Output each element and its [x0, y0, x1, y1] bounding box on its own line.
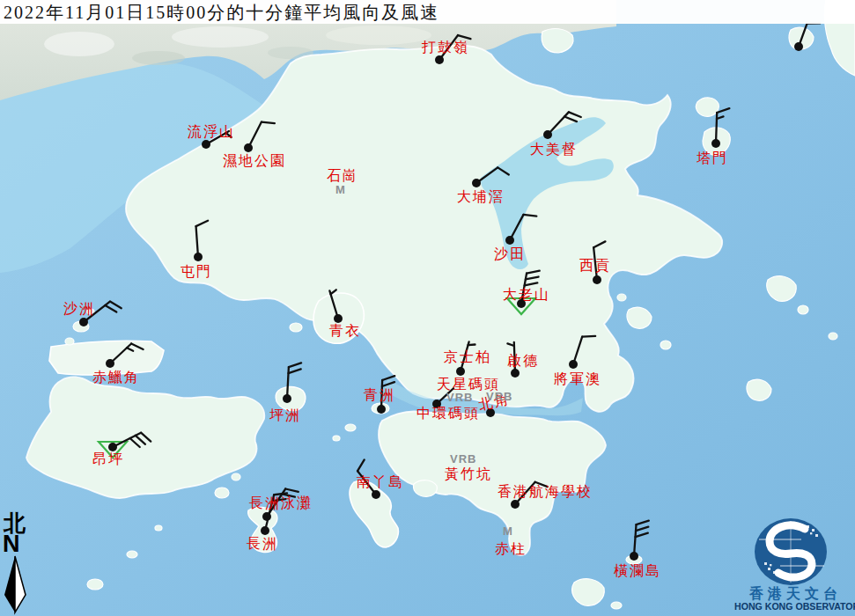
- station-label-central-pier: 中環碼頭: [416, 407, 480, 421]
- station-label-peng-chau: 坪洲: [269, 408, 301, 422]
- map-stage: 打鼓嶺流浮山濕地公園大美督塔門石崗M大埔滘沙田屯門沙洲西貢大老山青衣赤鱲角坪洲青…: [0, 0, 855, 616]
- station-label-sai-kung: 西貢: [579, 259, 611, 273]
- station-label-chek-lap-kok: 赤鱲角: [92, 370, 140, 385]
- station-label-tuen-mun: 屯門: [181, 265, 212, 279]
- station-label-shek-kong: 石崗: [327, 169, 358, 183]
- missing-data-flag-stanley: M: [503, 525, 512, 537]
- variable-wind-flag-north-point: VRB: [486, 391, 512, 402]
- station-label-tsing-yi: 青衣: [329, 324, 361, 338]
- station-label-stanley: 赤柱: [495, 542, 527, 556]
- compass-north-letter: N: [3, 532, 20, 556]
- station-label-lamma-island: 南丫島: [357, 475, 404, 489]
- station-label-sha-chau: 沙洲: [63, 302, 95, 316]
- station-label-tai-po-kau: 大埔滘: [457, 190, 505, 204]
- page-title: 2022年11月01日15時00分的十分鐘平均風向及風速: [4, 1, 439, 25]
- station-label-wong-chuk-hang: 黃竹坑: [445, 467, 492, 481]
- station-label-tap-mun: 塔門: [697, 151, 728, 165]
- hko-logo-english: HONG KONG OBSERVATORY: [734, 602, 855, 612]
- missing-data-flag-shek-kong: M: [335, 184, 345, 195]
- station-label-tai-mei-tuk: 大美督: [530, 143, 578, 157]
- station-label-tates-cairn: 大老山: [503, 288, 550, 302]
- station-label-sha-tin: 沙田: [494, 247, 526, 261]
- station-label-hk-sea-school: 香港航海學校: [498, 485, 593, 499]
- station-label-ngong-ping: 昂坪: [92, 452, 124, 466]
- north-arrow-icon: [0, 554, 35, 616]
- variable-wind-flag-wong-chuk-hang: VRB: [450, 453, 476, 465]
- station-label-kai-tak: 啟德: [507, 354, 539, 368]
- station-label-green-island: 青洲: [364, 388, 395, 402]
- station-label-tseung-kwan-o: 將軍澳: [554, 372, 601, 386]
- station-label-kings-park: 京士柏: [444, 350, 491, 364]
- hko-logo-chinese: 香港天文台: [736, 587, 855, 601]
- north-compass: 北 N: [0, 512, 35, 616]
- station-label-waglan-island: 橫瀾島: [614, 564, 661, 578]
- title-bar: 2022年11月01日15時00分的十分鐘平均風向及風速: [0, 0, 855, 24]
- station-labels-layer: 打鼓嶺流浮山濕地公園大美督塔門石崗M大埔滘沙田屯門沙洲西貢大老山青衣赤鱲角坪洲青…: [0, 0, 855, 616]
- station-label-lau-fau-shan: 流浮山: [188, 125, 235, 139]
- hko-logo-icon: [736, 513, 855, 587]
- station-label-cheung-chau-beach: 長洲泳灘: [249, 496, 313, 510]
- station-label-cheung-chau: 長洲: [247, 537, 278, 551]
- variable-wind-flag-star-ferry: VRB: [446, 392, 473, 403]
- station-label-ta-kwu-ling: 打鼓嶺: [422, 40, 469, 55]
- hko-logo: 香港天文台 HONG KONG OBSERVATORY: [736, 513, 855, 616]
- station-label-wetland-park: 濕地公園: [223, 154, 286, 168]
